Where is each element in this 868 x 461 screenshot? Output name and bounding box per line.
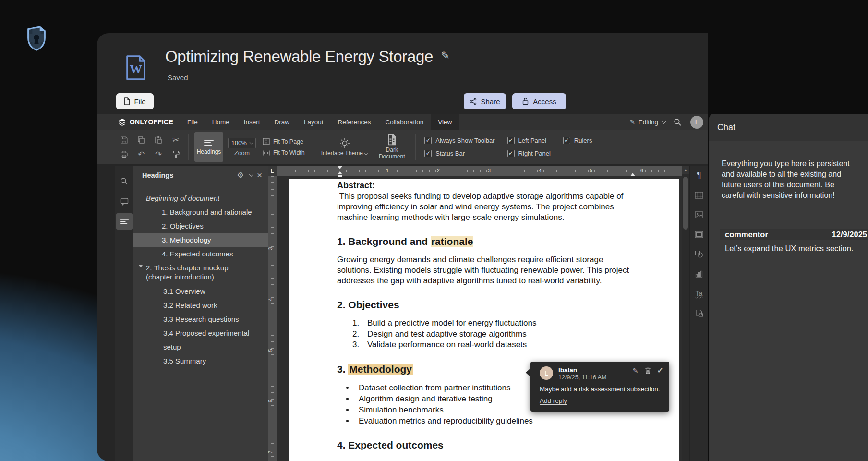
close-panel-icon[interactable]: × [257, 171, 262, 179]
tab-draw[interactable]: Draw [267, 114, 297, 130]
chevron-down-icon[interactable] [249, 172, 253, 177]
rename-pencil-icon[interactable]: ✎ [441, 49, 449, 62]
file-button[interactable]: File [116, 93, 154, 109]
vertical-ruler[interactable]: 34567 [268, 176, 277, 461]
mail-merge-icon[interactable] [691, 307, 707, 319]
image-settings-icon[interactable] [691, 208, 707, 221]
paste-button[interactable] [151, 133, 166, 146]
heading-item-label: 3.3 Research questions [163, 315, 239, 323]
tab-selector-box[interactable]: L [268, 166, 277, 176]
checkbox-right-panel[interactable]: ✓Right Panel [507, 150, 551, 157]
redo-button[interactable]: ↷ [151, 148, 166, 160]
heading-item-label: 3.4 Proposed experimental setup [163, 329, 249, 351]
checkbox-rulers[interactable]: ✓Rulers [563, 137, 592, 144]
heading-item-label: 2. Thesis chapter mockup (chapter introd… [146, 264, 228, 281]
horizontal-ruler[interactable]: 123456 [277, 166, 682, 176]
checkbox-status-bar[interactable]: ✓Status Bar [424, 150, 494, 157]
heading-item[interactable]: 3.5 Summary [133, 354, 268, 368]
comments-icon[interactable] [116, 193, 133, 209]
resolve-comment-icon[interactable]: ✓ [657, 367, 663, 374]
objectives-heading: 2. Objectives [337, 299, 631, 311]
heading-item[interactable]: 3.2 Related work [133, 298, 268, 312]
tab-home[interactable]: Home [205, 114, 237, 130]
chat-message-header: commentor12/9/2025 [720, 229, 868, 240]
heading-item[interactable]: 3.4 Proposed experimental setup [133, 326, 268, 354]
checkbox-box[interactable]: ✓ [424, 137, 432, 144]
right-indent-marker[interactable] [630, 173, 635, 176]
interface-theme-label: Interface Theme [321, 150, 368, 157]
tab-references[interactable]: References [331, 114, 378, 130]
dark-document-button[interactable]: Dark Document [376, 134, 407, 160]
navigation-headings-icon[interactable] [116, 213, 133, 230]
fit-to-width-icon [263, 150, 270, 156]
heading-item[interactable]: 3.1 Overview [133, 284, 268, 298]
access-button[interactable]: Access [512, 93, 566, 109]
settings-gear-icon[interactable]: ⚙ [237, 170, 244, 180]
editing-mode-dropdown[interactable]: ✎ Editing [629, 118, 665, 126]
heading-item[interactable]: 2. Objectives [133, 219, 268, 233]
copy-button[interactable] [134, 133, 148, 146]
chat-persistence-notice: Everything you type here is persistent a… [722, 158, 859, 201]
zoom-value: 100% [231, 140, 247, 146]
tab-layout[interactable]: Layout [297, 114, 331, 130]
tab-insert[interactable]: Insert [237, 114, 267, 130]
checkbox-box[interactable]: ✓ [424, 150, 432, 157]
scrollbar-thumb[interactable] [683, 177, 688, 230]
paragraph-settings-icon[interactable]: ¶ [691, 169, 707, 182]
file-button-label: File [134, 97, 145, 106]
document-page[interactable]: Abstract: This proposal seeks funding to… [289, 179, 679, 461]
save-button[interactable] [117, 133, 131, 146]
fit-to-page-button[interactable]: Fit To Page [263, 138, 305, 145]
fit-to-width-button[interactable]: Fit To Width [263, 149, 305, 156]
heading-item[interactable]: Beginning of document [133, 191, 268, 205]
print-button[interactable] [117, 148, 131, 160]
edit-comment-icon[interactable]: ✎ [633, 367, 639, 374]
heading-item[interactable]: 1. Background and rationale [133, 205, 268, 219]
comment-popup-arrow [526, 368, 530, 377]
heading-item[interactable]: 2. Thesis chapter mockup (chapter introd… [133, 261, 268, 284]
onlyoffice-logo-icon [118, 118, 126, 126]
tab-view[interactable]: View [431, 114, 459, 130]
headings-list: Beginning of document1. Background and r… [133, 184, 268, 368]
checkbox-label: Always Show Toolbar [435, 137, 494, 144]
checkbox-box[interactable]: ✓ [507, 150, 515, 157]
checkbox-left-panel[interactable]: ✓Left Panel [507, 137, 551, 144]
chat-message: commentor12/9/2025Let’s expand the UX me… [709, 229, 868, 255]
heading-item[interactable]: 3.3 Research questions [133, 312, 268, 326]
header-footer-settings-icon[interactable] [691, 228, 707, 241]
shape-settings-icon[interactable] [691, 248, 707, 260]
user-avatar[interactable]: L [690, 116, 703, 129]
share-button-label: Share [481, 97, 500, 106]
comment-highlight[interactable]: rationale [431, 236, 474, 247]
tab-collaboration[interactable]: Collaboration [378, 114, 431, 130]
view-toolbar: ✂ ↶ ↷ Headings 100% Zoom [97, 130, 708, 164]
cut-button[interactable]: ✂ [169, 133, 183, 146]
search-icon[interactable] [674, 118, 682, 126]
comment-highlight-active[interactable]: Methodology [348, 364, 413, 375]
objective-item: Build a predictive model for energy fluc… [362, 318, 631, 329]
indent-marker[interactable] [338, 166, 342, 176]
zoom-select[interactable]: 100% [228, 138, 256, 148]
ruler-number: 5 [590, 168, 592, 173]
heading-item[interactable]: 4. Expected outcomes [133, 247, 268, 261]
add-reply-link[interactable]: Add reply [540, 397, 567, 404]
share-button[interactable]: Share [464, 93, 506, 109]
table-settings-icon[interactable] [691, 189, 707, 201]
heading-item[interactable]: 3. Methodology [133, 233, 268, 247]
collapse-caret-icon[interactable] [139, 265, 143, 267]
checkbox-always-show-toolbar[interactable]: ✓Always Show Toolbar [424, 137, 494, 144]
text-art-settings-icon[interactable]: Ta [691, 287, 707, 300]
checkbox-box[interactable]: ✓ [507, 137, 515, 144]
delete-comment-icon[interactable] [645, 367, 651, 374]
onlyoffice-brand: ONLYOFFICE [97, 114, 180, 130]
tab-file[interactable]: File [180, 114, 205, 130]
scroll-up-arrow[interactable]: ▲ [682, 166, 689, 174]
find-icon[interactable] [116, 173, 133, 189]
interface-theme-button[interactable]: Interface Theme [321, 137, 368, 157]
format-painter-button[interactable] [169, 148, 183, 160]
headings-toggle-button[interactable]: Headings [194, 132, 223, 162]
vertical-scrollbar[interactable]: ▲ [682, 166, 689, 461]
checkbox-box[interactable]: ✓ [563, 137, 570, 144]
chart-settings-icon[interactable] [691, 267, 707, 280]
undo-button[interactable]: ↶ [134, 148, 148, 160]
